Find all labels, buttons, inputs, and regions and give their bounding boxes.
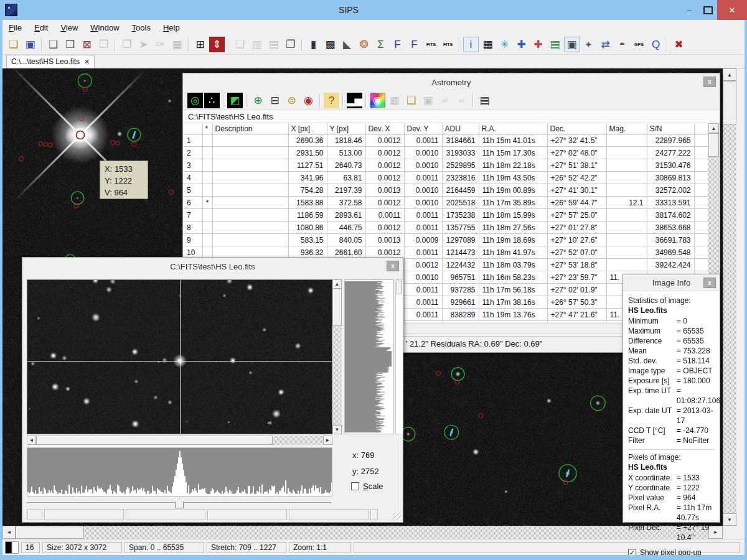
blink-icon[interactable]: ✳ <box>497 37 512 52</box>
astrometry-titlebar[interactable]: Astrometry x <box>183 73 720 91</box>
preview-vscroll-thumb[interactable] <box>332 289 342 326</box>
preview-scroll-down-icon[interactable]: ▼ <box>332 425 342 434</box>
title-bar[interactable]: SIPS – ✕ <box>0 0 747 20</box>
cell[interactable]: 11h 18m 22.18s <box>479 159 547 172</box>
cell[interactable] <box>694 134 708 147</box>
brush-icon[interactable]: ✑ <box>153 37 168 52</box>
cell[interactable] <box>694 234 708 246</box>
cell[interactable]: 2197.39 <box>327 184 365 197</box>
cell[interactable]: 3184661 <box>442 134 479 147</box>
close-button[interactable]: ✕ <box>717 0 747 20</box>
cell[interactable]: 840.05 <box>327 234 365 246</box>
cell[interactable]: 1357755 <box>442 222 479 234</box>
column-header[interactable]: Dec. <box>547 123 606 134</box>
vscroll-thumb[interactable] <box>723 81 736 124</box>
cell[interactable] <box>212 172 288 184</box>
cell[interactable]: 1583.88 <box>288 197 327 209</box>
cell[interactable]: 5 <box>184 184 202 197</box>
cell[interactable]: 12.1 <box>606 197 647 209</box>
menu-help[interactable]: Help <box>157 21 186 34</box>
transfer-icon[interactable]: ⇕ <box>209 37 225 52</box>
cell[interactable] <box>694 159 708 172</box>
cell[interactable]: 1224432 <box>442 259 479 271</box>
cell[interactable]: 2893.61 <box>327 209 365 222</box>
cell[interactable]: 937285 <box>442 284 479 296</box>
cell[interactable] <box>202 134 212 147</box>
cell[interactable]: 9 <box>184 234 202 246</box>
cell[interactable] <box>694 172 708 184</box>
cell[interactable]: 1818.46 <box>327 134 365 147</box>
fits-key-edit-icon[interactable]: F <box>406 37 422 52</box>
report-icon[interactable]: ▤ <box>477 93 492 108</box>
column-header[interactable]: ADU <box>442 123 479 134</box>
preview-hscroll-thumb[interactable] <box>36 436 273 445</box>
cell[interactable] <box>404 321 442 323</box>
cell[interactable]: +27° 01' 27.8" <box>547 222 606 234</box>
cell[interactable]: 0.0012 <box>404 259 442 271</box>
cell[interactable] <box>212 159 288 172</box>
star-row[interactable]: 71186.592893.610.00110.0011173523811h 18… <box>184 209 708 222</box>
cascade-icon[interactable]: ❏ <box>232 37 248 52</box>
cell[interactable]: 0.0012 <box>365 197 404 209</box>
tile-vertical-icon[interactable]: ▥ <box>249 37 265 52</box>
cell[interactable]: 11h 18m 27.56s <box>479 222 547 234</box>
minimize-button[interactable]: – <box>680 0 698 20</box>
preview-image-canvas[interactable] <box>27 280 332 434</box>
cell[interactable]: 0.0013 <box>365 184 404 197</box>
menu-view[interactable]: View <box>54 21 84 34</box>
cell[interactable]: 929661 <box>442 296 479 309</box>
cell[interactable]: 0.0010 <box>404 159 442 172</box>
cell[interactable]: 583.15 <box>288 234 327 246</box>
cell[interactable] <box>212 147 288 159</box>
cell[interactable] <box>202 184 212 197</box>
search-icon[interactable]: Q <box>648 37 664 52</box>
cell[interactable] <box>606 184 647 197</box>
cell[interactable] <box>202 147 212 159</box>
cell[interactable]: +27° 41' 30.1" <box>547 184 606 197</box>
hscroll-thumb[interactable] <box>16 526 84 539</box>
preview-scroll-left-icon[interactable]: ◄ <box>27 436 36 445</box>
select-region-icon[interactable]: ▦ <box>169 37 185 52</box>
fits-header-list-icon[interactable]: FITS <box>440 37 456 52</box>
cell[interactable]: +26° 59' 44.7" <box>547 197 606 209</box>
cell[interactable]: 11h 18m 15.99s <box>479 209 547 222</box>
mask-icon[interactable]: ▦ <box>387 93 402 108</box>
add-star-icon[interactable]: ⊕ <box>250 93 266 108</box>
cell[interactable]: 38653.668 <box>647 222 694 234</box>
star-row[interactable]: 22931.50513.000.00120.0010319303311h 15m… <box>184 147 708 159</box>
cell[interactable]: 11h 18m 41.97s <box>479 246 547 259</box>
cell[interactable]: 63.81 <box>327 172 365 184</box>
cell[interactable]: 838289 <box>442 309 479 321</box>
tile-horizontal-icon[interactable]: ▤ <box>266 37 281 52</box>
cell[interactable]: 1214473 <box>442 246 479 259</box>
column-header[interactable]: Dev. Y <box>404 123 442 134</box>
stretch-slider[interactable] <box>27 498 331 507</box>
cell[interactable]: 32572.002 <box>647 184 694 197</box>
cell[interactable]: 11h 17m 38.16s <box>479 296 547 309</box>
cell[interactable]: 6 <box>184 197 202 209</box>
cell[interactable]: 11h 19m 43.50s <box>479 172 547 184</box>
column-header[interactable]: Description <box>212 123 288 134</box>
cell[interactable]: 0.0011 <box>365 209 404 222</box>
column-header[interactable]: * <box>202 123 212 134</box>
cell[interactable] <box>479 321 547 323</box>
cell[interactable]: 0.0011 <box>404 172 442 184</box>
cell[interactable]: 4 <box>184 172 202 184</box>
save-icon[interactable]: ▣ <box>22 37 38 52</box>
main-horizontal-scrollbar[interactable]: ◄ ► <box>2 526 723 539</box>
pair-stars-icon[interactable]: ⊟ <box>267 93 283 108</box>
show-stars-icon[interactable]: ∴ <box>204 93 220 108</box>
cell[interactable] <box>212 134 288 147</box>
cell[interactable]: 11h 17m 56.18s <box>479 284 547 296</box>
cell[interactable]: 11h 19m 00.89s <box>479 184 547 197</box>
scroll-left-icon[interactable]: ◄ <box>2 526 16 539</box>
preview-close-button[interactable]: x <box>387 261 399 271</box>
histogram-icon[interactable]: ▂▅ <box>347 93 362 108</box>
scroll-up-icon[interactable]: ▲ <box>723 68 736 81</box>
cell[interactable] <box>606 209 647 222</box>
memory-card-icon[interactable]: ▮ <box>306 37 321 52</box>
open-list-icon[interactable]: ❏ <box>403 93 419 108</box>
cell[interactable]: +27° 52' 07.0" <box>547 246 606 259</box>
cell[interactable] <box>202 222 212 234</box>
cell[interactable] <box>212 222 288 234</box>
